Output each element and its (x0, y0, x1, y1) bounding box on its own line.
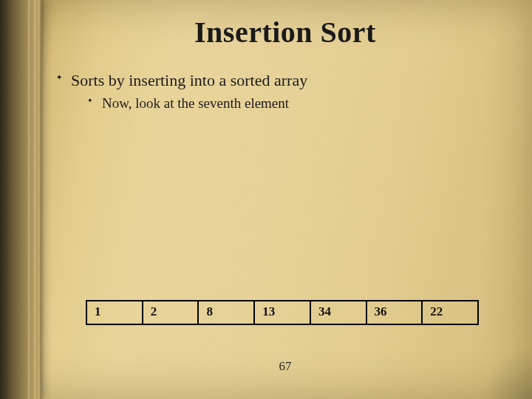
slide-page: Insertion Sort Sorts by inserting into a… (0, 0, 532, 399)
bullet-text: Sorts by inserting into a sorted array (71, 71, 307, 89)
array-cell: 36 (367, 301, 423, 324)
array-row: 1 2 8 13 34 36 22 (86, 300, 479, 325)
book-spine (0, 0, 41, 399)
sub-bullet-item: Now, look at the seventh element (87, 95, 519, 113)
array-cell: 13 (255, 301, 311, 324)
array-cell: 1 (87, 301, 143, 324)
array-cell: 2 (143, 301, 200, 324)
page-edge-shadow (40, 0, 44, 399)
sub-bullet-text: Now, look at the seventh element (102, 95, 289, 111)
slide-content: Insertion Sort Sorts by inserting into a… (52, 10, 519, 389)
bullet-list: Sorts by inserting into a sorted array N… (52, 70, 519, 112)
page-number: 67 (52, 359, 519, 374)
bullet-item: Sorts by inserting into a sorted array N… (55, 70, 519, 112)
sub-bullet-list: Now, look at the seventh element (71, 95, 519, 113)
array-cell: 22 (423, 301, 477, 324)
array-cell: 8 (199, 301, 255, 324)
slide-title: Insertion Sort (52, 15, 519, 50)
array-cell: 34 (311, 301, 367, 324)
